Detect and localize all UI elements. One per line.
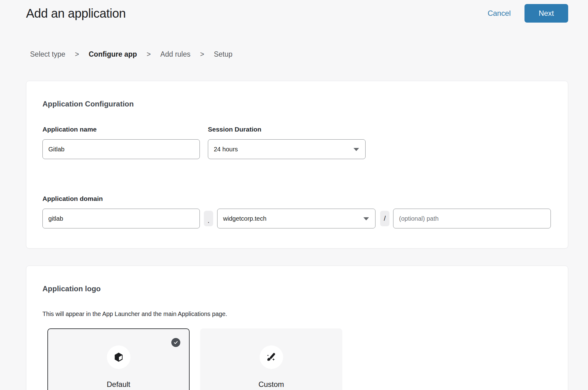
application-name-field: Application name <box>42 126 200 159</box>
application-name-label: Application name <box>42 126 200 133</box>
application-domain-label: Application domain <box>42 195 552 202</box>
session-duration-label: Session Duration <box>208 126 366 133</box>
logo-option-label: Default <box>107 380 130 389</box>
breadcrumb-step-setup[interactable]: Setup <box>214 50 232 58</box>
default-logo-circle <box>107 345 130 369</box>
logo-option-label: Custom <box>258 380 284 389</box>
cancel-button[interactable]: Cancel <box>488 9 511 18</box>
breadcrumb-separator: > <box>75 50 79 58</box>
breadcrumb-separator: > <box>200 50 204 58</box>
header-actions: Cancel Next <box>488 4 568 23</box>
session-duration-value: 24 hours <box>214 146 238 153</box>
dot-separator: . <box>204 211 213 226</box>
breadcrumb: Select type > Configure app > Add rules … <box>30 50 568 58</box>
breadcrumb-step-configure-app[interactable]: Configure app <box>89 50 137 58</box>
check-icon <box>173 340 178 345</box>
header: Add an application Cancel Next <box>26 0 568 23</box>
custom-logo-circle <box>260 345 283 369</box>
slash-separator: / <box>380 211 389 226</box>
logo-option-custom[interactable]: Custom <box>200 328 342 390</box>
breadcrumb-step-select-type[interactable]: Select type <box>30 50 65 58</box>
application-configuration-title: Application Configuration <box>42 100 552 108</box>
paintbrush-icon <box>265 351 277 363</box>
application-logo-title: Application logo <box>42 284 552 293</box>
page: Add an application Cancel Next Select ty… <box>0 0 588 390</box>
page-title: Add an application <box>26 6 126 20</box>
application-configuration-card: Application Configuration Application na… <box>26 81 568 249</box>
application-name-input[interactable] <box>42 139 200 159</box>
path-input[interactable] <box>393 209 551 228</box>
application-logo-card: Application logo This will appear in the… <box>26 266 568 390</box>
cube-icon <box>113 351 125 363</box>
domain-select-value: widgetcorp.tech <box>223 215 266 222</box>
breadcrumb-step-add-rules[interactable]: Add rules <box>160 50 191 58</box>
subdomain-input[interactable] <box>42 209 200 228</box>
application-domain-row: . widgetcorp.tech / <box>42 209 552 228</box>
application-domain-field: Application domain . widgetcorp.tech / <box>42 195 552 228</box>
application-logo-description: This will appear in the App Launcher and… <box>42 310 552 317</box>
logo-option-tiles: Default Custom <box>47 328 552 390</box>
session-duration-field: Session Duration 24 hours <box>208 126 366 159</box>
check-badge <box>171 338 180 347</box>
next-button[interactable]: Next <box>524 4 568 23</box>
domain-select[interactable]: widgetcorp.tech <box>217 209 375 228</box>
name-duration-row: Application name Session Duration 24 hou… <box>42 126 552 159</box>
breadcrumb-separator: > <box>147 50 151 58</box>
session-duration-select[interactable]: 24 hours <box>208 139 366 159</box>
logo-option-default[interactable]: Default <box>47 328 190 390</box>
